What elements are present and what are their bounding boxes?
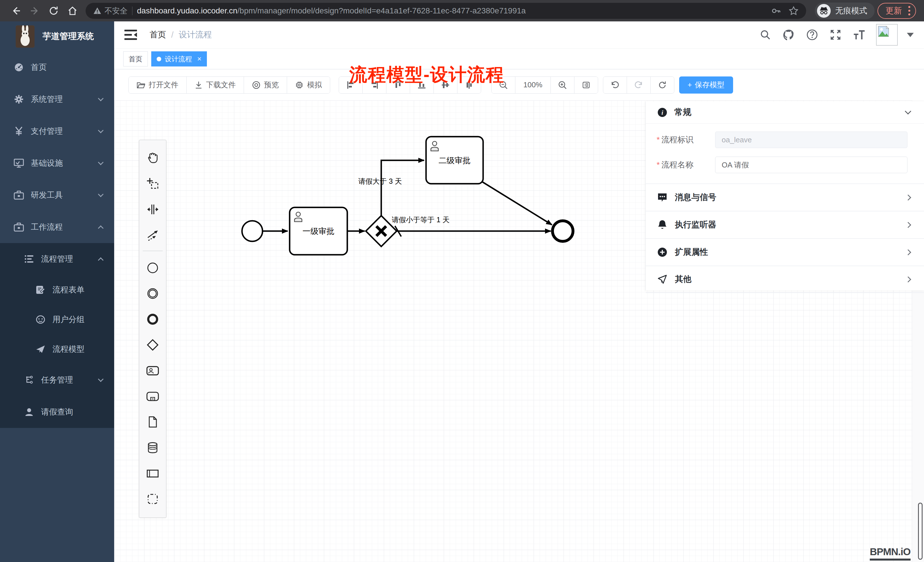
sidebar-item-workflow[interactable]: 工作流程 xyxy=(0,211,114,243)
create-end-event[interactable] xyxy=(140,306,166,332)
process-key-row: *流程标识 xyxy=(657,132,908,148)
space-tool[interactable] xyxy=(140,196,166,222)
chevron-right-icon xyxy=(905,194,911,200)
process-key-input[interactable] xyxy=(715,132,908,148)
open-file-button[interactable]: 打开文件 xyxy=(129,77,186,93)
avatar-dropdown-caret[interactable] xyxy=(907,33,914,37)
breadcrumb-current: 设计流程 xyxy=(178,29,212,40)
bpmn-io-watermark[interactable]: BPMN.iO xyxy=(870,546,910,561)
tree-icon xyxy=(24,375,34,385)
sidebar-item-user-group[interactable]: 用户分组 xyxy=(0,305,114,334)
flow-task2-to-end[interactable] xyxy=(483,182,552,225)
sidebar-item-process-form[interactable]: 流程表单 xyxy=(0,275,114,305)
tab-close-icon[interactable]: × xyxy=(197,54,201,63)
end-event[interactable] xyxy=(552,221,573,241)
process-key-label: *流程标识 xyxy=(657,134,715,145)
bpmn-canvas[interactable]: 一级审批 二级审批 请 xyxy=(114,100,924,562)
password-key-icon[interactable] xyxy=(771,6,781,16)
download-file-button[interactable]: 下载文件 xyxy=(186,77,244,93)
section-execution-listener[interactable]: 执行监听器 xyxy=(646,211,924,238)
tab-design-process[interactable]: 设计流程 × xyxy=(151,51,207,66)
sidebar-item-payment[interactable]: 支付管理 xyxy=(0,115,114,147)
create-user-task[interactable] xyxy=(140,358,166,384)
section-extended-attributes[interactable]: 扩展属性 xyxy=(646,238,924,265)
font-size-icon[interactable] xyxy=(853,28,865,41)
github-icon[interactable] xyxy=(783,28,795,41)
create-gateway[interactable] xyxy=(140,332,166,358)
create-data-store[interactable] xyxy=(140,435,166,460)
sidebar-item-infra[interactable]: 基础设施 xyxy=(0,147,114,179)
site-security-indicator[interactable]: 不安全 xyxy=(93,6,128,16)
zoom-reset-button[interactable] xyxy=(574,77,598,93)
face-icon xyxy=(35,315,46,324)
sidebar-collapse-icon[interactable] xyxy=(124,28,138,41)
document-edit-icon xyxy=(35,285,46,294)
save-model-button[interactable]: + 保存模型 xyxy=(679,76,733,94)
zoom-in-icon xyxy=(558,80,567,90)
help-icon[interactable] xyxy=(806,28,818,41)
sidebar: 芋道管理系统 首页 系统管理 支付管理 基础设施 xyxy=(0,21,114,562)
global-connect-tool[interactable] xyxy=(140,222,166,248)
preview-button[interactable]: 预览 xyxy=(244,77,287,93)
sidebar-item-process-management[interactable]: 流程管理 xyxy=(0,243,114,275)
plus-circle-icon xyxy=(657,247,668,257)
sidebar-item-label: 流程表单 xyxy=(52,285,103,295)
user-avatar[interactable] xyxy=(876,24,898,46)
start-event[interactable] xyxy=(242,221,262,241)
active-tab-dot xyxy=(157,57,161,61)
general-section-header[interactable]: i 常规 xyxy=(646,101,924,123)
dashboard-icon xyxy=(14,63,24,72)
browser-home-button[interactable] xyxy=(64,3,81,19)
flow-gateway-to-task2[interactable] xyxy=(381,160,424,216)
url-text[interactable]: dashboard.yudao.iocoder.cn/bpm/manager/m… xyxy=(137,6,767,15)
tags-view-bar: 首页 设计流程 × xyxy=(114,49,924,69)
create-group[interactable] xyxy=(140,486,166,512)
bookmark-star-icon[interactable] xyxy=(789,6,799,16)
process-name-input[interactable] xyxy=(715,157,908,173)
sidebar-item-process-model[interactable]: 流程模型 xyxy=(0,334,114,364)
restart-button[interactable] xyxy=(650,77,674,93)
sidebar-item-task-management[interactable]: 任务管理 xyxy=(0,364,114,396)
browser-menu-icon[interactable] xyxy=(908,6,910,15)
user-task-level2[interactable]: 二级审批 xyxy=(426,136,483,184)
create-data-object[interactable] xyxy=(140,409,166,435)
zoom-in-button[interactable] xyxy=(550,77,574,93)
bell-icon xyxy=(657,220,668,230)
section-message-signal[interactable]: 消息与信号 xyxy=(646,183,924,211)
breadcrumb: 首页 / 设计流程 xyxy=(150,29,212,40)
chevron-down-icon xyxy=(98,192,104,197)
user-task-level1[interactable]: 一级审批 xyxy=(290,207,347,255)
redo-button[interactable] xyxy=(627,77,650,93)
tab-home[interactable]: 首页 xyxy=(123,51,148,66)
simulate-button[interactable]: 模拟 xyxy=(287,77,330,93)
fullscreen-icon[interactable] xyxy=(829,28,842,41)
address-bar[interactable]: 不安全 dashboard.yudao.iocoder.cn/bpm/manag… xyxy=(86,3,806,19)
browser-forward-button[interactable] xyxy=(27,3,43,19)
sidebar-item-devtools[interactable]: 研发工具 xyxy=(0,179,114,211)
browser-reload-button[interactable] xyxy=(46,3,62,19)
send-icon xyxy=(657,274,668,284)
lasso-tool[interactable] xyxy=(140,171,166,196)
search-icon[interactable] xyxy=(759,28,772,41)
browser-update-button[interactable]: 更新 xyxy=(878,3,916,19)
sidebar-item-leave-query[interactable]: 请假查询 xyxy=(0,396,114,428)
app-logo-row[interactable]: 芋道管理系统 xyxy=(0,21,114,51)
create-subprocess[interactable] xyxy=(140,384,166,409)
chevron-right-icon xyxy=(905,249,911,255)
create-intermediate-event[interactable] xyxy=(140,281,166,306)
undo-icon xyxy=(610,80,620,90)
breadcrumb-home[interactable]: 首页 xyxy=(150,29,166,40)
browser-back-button[interactable] xyxy=(8,3,24,19)
incognito-label: 无痕模式 xyxy=(835,5,867,16)
hand-tool[interactable] xyxy=(140,145,166,171)
undo-button[interactable] xyxy=(603,77,627,93)
flow-label-le1[interactable]: 请假小于等于 1 天 xyxy=(392,216,450,224)
cpu-icon xyxy=(295,81,304,89)
sidebar-item-system[interactable]: 系统管理 xyxy=(0,83,114,115)
yen-icon xyxy=(14,126,24,136)
flow-label-gt3[interactable]: 请假大于 3 天 xyxy=(358,177,402,185)
sidebar-item-home[interactable]: 首页 xyxy=(0,51,114,83)
create-participant[interactable] xyxy=(140,460,166,486)
section-other[interactable]: 其他 xyxy=(646,265,924,293)
create-start-event[interactable] xyxy=(140,255,166,281)
